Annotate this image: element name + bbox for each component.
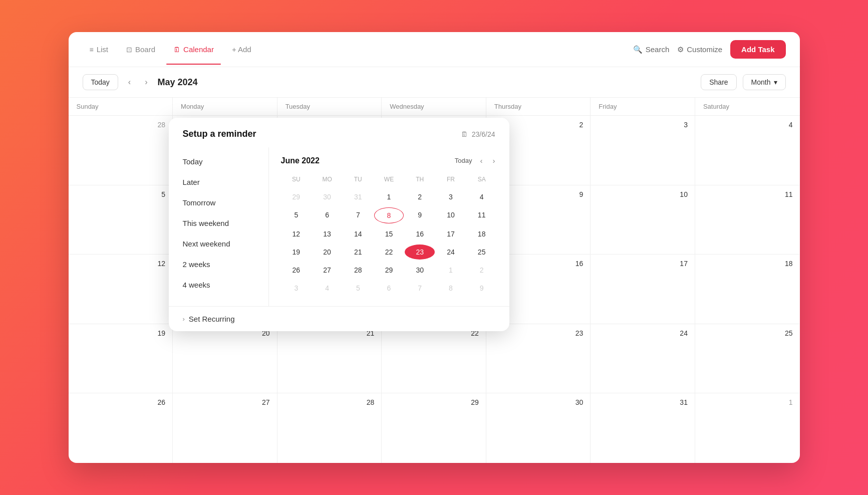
day-headers-row: Sunday Monday Tuesday Wednesday Thursday…: [69, 98, 800, 116]
calendar-cell[interactable]: 30: [486, 393, 591, 463]
calendar-cell[interactable]: 18: [695, 255, 800, 324]
mini-day-hdr-tu: TU: [343, 174, 374, 185]
current-month-title: May 2024: [158, 77, 198, 88]
calendar-cell[interactable]: 31: [591, 393, 695, 463]
mini-prev-button[interactable]: ‹: [478, 155, 485, 166]
today-button[interactable]: Today: [83, 74, 118, 90]
mini-day[interactable]: 4: [467, 189, 497, 204]
mini-day[interactable]: 27: [312, 263, 342, 278]
calendar-cell[interactable]: 21: [277, 324, 382, 394]
set-recurring-button[interactable]: › Set Recurring: [169, 306, 509, 331]
mini-day[interactable]: 30: [405, 263, 435, 278]
calendar-cell[interactable]: 17: [591, 255, 695, 324]
mini-next-button[interactable]: ›: [491, 155, 497, 166]
mini-day[interactable]: 15: [374, 226, 404, 241]
tab-calendar[interactable]: 🗓 Calendar: [166, 41, 221, 58]
share-button[interactable]: Share: [701, 74, 736, 90]
mini-day[interactable]: 24: [436, 244, 466, 260]
mini-day[interactable]: 8: [436, 281, 466, 296]
mini-day[interactable]: 6: [312, 207, 342, 223]
option-today[interactable]: Today: [169, 151, 268, 172]
mini-day[interactable]: 12: [281, 226, 312, 241]
mini-day[interactable]: 5: [343, 281, 373, 296]
mini-day[interactable]: 17: [436, 226, 466, 241]
calendar-cell[interactable]: 29: [382, 393, 486, 463]
modal-header: Setup a reminder 🗓 23/6/24: [169, 118, 509, 147]
mini-day[interactable]: 29: [281, 189, 312, 204]
mini-day[interactable]: 10: [436, 207, 466, 223]
calendar-cell[interactable]: 26: [69, 393, 173, 463]
search-button[interactable]: 🔍 Search: [633, 45, 670, 54]
mini-day[interactable]: 9: [467, 281, 497, 296]
calendar-cell[interactable]: 5: [69, 185, 173, 255]
mini-day[interactable]: 5: [281, 207, 312, 223]
mini-day[interactable]: 14: [343, 226, 373, 241]
prev-month-button[interactable]: ‹: [124, 76, 135, 89]
calendar-cell[interactable]: 22: [382, 324, 486, 394]
mini-day[interactable]: 2: [467, 263, 497, 278]
tab-list[interactable]: ≡ List: [83, 41, 116, 58]
customize-button[interactable]: ⚙ Customize: [677, 45, 722, 54]
prev-icon: ‹: [128, 78, 131, 86]
option-next-weekend[interactable]: Next weekend: [169, 233, 268, 254]
calendar-cell[interactable]: 20: [173, 324, 277, 394]
calendar-cell[interactable]: 27: [173, 393, 277, 463]
mini-day[interactable]: 6: [374, 281, 404, 296]
mini-today-button[interactable]: Today: [455, 157, 472, 164]
modal-title: Setup a reminder: [183, 129, 256, 139]
mini-day[interactable]: 28: [343, 263, 373, 278]
calendar-cell[interactable]: 19: [69, 324, 173, 394]
mini-day[interactable]: 29: [374, 263, 404, 278]
mini-day[interactable]: 21: [343, 244, 373, 260]
mini-day[interactable]: 30: [312, 189, 342, 204]
mini-day[interactable]: 16: [405, 226, 435, 241]
modal-date-value: 23/6/24: [472, 130, 495, 138]
mini-day[interactable]: 13: [312, 226, 342, 241]
mini-day[interactable]: 26: [281, 263, 312, 278]
calendar-cell[interactable]: 4: [695, 116, 800, 185]
view-selector[interactable]: Month ▾: [743, 74, 786, 90]
view-label: Month: [751, 78, 771, 86]
add-tab-button[interactable]: + Add: [225, 41, 258, 58]
mini-day[interactable]: 7: [405, 281, 435, 296]
mini-day-selected[interactable]: 23: [405, 244, 435, 260]
mini-day[interactable]: 19: [281, 244, 312, 260]
mini-day[interactable]: 31: [343, 189, 373, 204]
calendar-area: Sunday Monday Tuesday Wednesday Thursday…: [69, 98, 800, 463]
mini-day[interactable]: 9: [405, 207, 435, 223]
next-month-button[interactable]: ›: [141, 76, 151, 89]
calendar-cell[interactable]: 23: [486, 324, 591, 394]
mini-day-today[interactable]: 8: [374, 207, 404, 223]
mini-day[interactable]: 7: [343, 207, 373, 223]
mini-day[interactable]: 22: [374, 244, 404, 260]
calendar-cell[interactable]: 12: [69, 255, 173, 324]
mini-day[interactable]: 18: [467, 226, 497, 241]
option-later[interactable]: Later: [169, 172, 268, 192]
mini-day[interactable]: 3: [281, 281, 312, 296]
day-header-tuesday: Tuesday: [277, 98, 382, 115]
mini-day[interactable]: 2: [405, 189, 435, 204]
tab-board[interactable]: ⊡ Board: [119, 41, 162, 58]
mini-day[interactable]: 25: [467, 244, 497, 260]
option-tomorrow[interactable]: Tomorrow: [169, 192, 268, 213]
day-header-monday: Monday: [173, 98, 277, 115]
calendar-cell[interactable]: 24: [591, 324, 695, 394]
calendar-cell[interactable]: 28: [69, 116, 173, 185]
mini-day[interactable]: 4: [312, 281, 342, 296]
mini-day[interactable]: 1: [436, 263, 466, 278]
calendar-cell[interactable]: 1: [695, 393, 800, 463]
calendar-cell[interactable]: 3: [591, 116, 695, 185]
calendar-cell[interactable]: 10: [591, 185, 695, 255]
option-2-weeks[interactable]: 2 weeks: [169, 254, 268, 275]
mini-day[interactable]: 20: [312, 244, 342, 260]
mini-day[interactable]: 1: [374, 189, 404, 204]
calendar-cell[interactable]: 25: [695, 324, 800, 394]
calendar-cell[interactable]: 11: [695, 185, 800, 255]
add-task-button[interactable]: Add Task: [730, 40, 785, 59]
mini-day[interactable]: 3: [436, 189, 466, 204]
option-this-weekend[interactable]: This weekend: [169, 213, 268, 233]
mini-day[interactable]: 11: [467, 207, 497, 223]
calendar-cell[interactable]: 28: [277, 393, 382, 463]
option-4-weeks[interactable]: 4 weeks: [169, 275, 268, 295]
add-task-label: Add Task: [741, 45, 774, 54]
